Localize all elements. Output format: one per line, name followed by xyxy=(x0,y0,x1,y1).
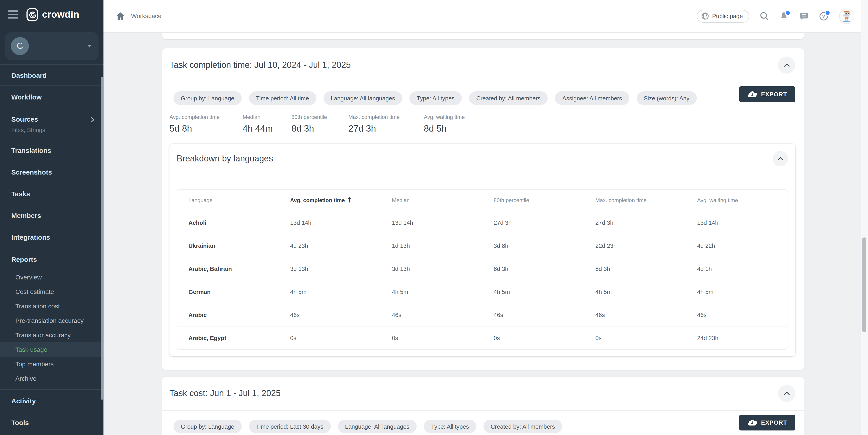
section-body: Group by: LanguageTime period: All timeL… xyxy=(162,82,804,370)
topbar-actions: Public page xyxy=(697,8,855,24)
sidebar-item-translation-cost[interactable]: Translation cost xyxy=(0,299,103,313)
filter-chips-row: Group by: LanguageTime period: All timeL… xyxy=(174,91,697,105)
hamburger-menu-button[interactable] xyxy=(7,9,19,20)
stats-row: Avg. completion time5d 8hMedian4h 44m80t… xyxy=(169,114,795,134)
cell-value: 24d 23h xyxy=(686,335,787,341)
cell-language: Arabic xyxy=(177,311,279,318)
chevron-right-icon xyxy=(91,116,94,124)
cell-value: 3d 8h xyxy=(482,242,584,249)
column-header-80th-percentile[interactable]: 80th percentile xyxy=(482,197,584,204)
cell-value: 8d 3h xyxy=(584,265,686,272)
sidebar-item-overview[interactable]: Overview xyxy=(0,270,103,284)
cell-value: 13d 14h xyxy=(381,219,482,226)
workspace-avatar: C xyxy=(11,37,29,55)
home-breadcrumb-button[interactable] xyxy=(116,12,125,20)
page-scrollbar[interactable] xyxy=(862,237,866,332)
public-page-label: Public page xyxy=(712,13,743,20)
task-completion-time-section: Task completion time: Jul 10, 2024 - Jul… xyxy=(162,48,804,370)
crowdin-logo[interactable]: crowdin xyxy=(26,7,79,22)
column-header-language[interactable]: Language xyxy=(177,197,279,204)
table-header-row: LanguageAvg. completion timeMedian80th p… xyxy=(177,190,787,211)
export-button[interactable]: EXPORT xyxy=(739,415,795,431)
sidebar-item-pre-translation-accuracy[interactable]: Pre-translation accuracy xyxy=(0,313,103,328)
table-row: German4h 5m4h 5m4h 5m4h 5m4h 5m xyxy=(177,280,787,303)
sidebar-item-tools[interactable]: Tools xyxy=(0,411,103,433)
filter-chip-type[interactable]: Type: All types xyxy=(409,91,462,105)
cell-value: 3d 13h xyxy=(279,265,380,272)
filter-chip-assignee[interactable]: Assignee: All members xyxy=(555,91,629,105)
sidebar-item-translator-accuracy[interactable]: Translator accuracy xyxy=(0,328,103,342)
filter-chip-created-by[interactable]: Created by: All members xyxy=(484,419,562,433)
sidebar-item-archive[interactable]: Archive xyxy=(0,371,103,386)
task-cost-section: Task cost: Jun 1 - Jul 1, 2025 Group by:… xyxy=(162,377,804,435)
collapse-section-button[interactable] xyxy=(778,57,795,74)
cell-value: 0s xyxy=(482,335,584,341)
table-row: Arabic46s46s46s46s46s xyxy=(177,303,787,326)
messages-button[interactable] xyxy=(799,11,808,21)
search-button[interactable] xyxy=(760,12,769,20)
sidebar-item-top-members[interactable]: Top members xyxy=(0,357,103,371)
breadcrumb-workspace-link[interactable]: Workspace xyxy=(131,13,161,20)
sidebar-scrollbar[interactable] xyxy=(101,77,103,400)
home-icon xyxy=(116,12,125,20)
cell-value: 4d 23h xyxy=(279,242,380,249)
sidebar-nav: DashboardWorkflowSourcesFiles, StringsTr… xyxy=(0,65,103,433)
column-header-max-completion-time[interactable]: Max. completion time xyxy=(584,197,686,204)
filter-chip-time-period[interactable]: Time period: All time xyxy=(249,91,316,105)
table-row: Ukrainian4d 23h1d 13h3d 8h22d 23h4d 22h xyxy=(177,234,787,257)
collapse-section-button[interactable] xyxy=(778,385,795,402)
sidebar-item-members[interactable]: Members xyxy=(0,204,103,226)
filter-chip-created-by[interactable]: Created by: All members xyxy=(469,91,548,105)
sidebar-item-cost-estimate[interactable]: Cost estimate xyxy=(0,284,103,299)
cell-language: Arabic, Egypt xyxy=(177,335,279,341)
section-title: Task completion time: Jul 10, 2024 - Jul… xyxy=(169,60,351,70)
cell-value: 46s xyxy=(584,311,686,318)
column-header-avg-waiting-time[interactable]: Avg. waiting time xyxy=(686,197,787,204)
notification-dot xyxy=(785,10,791,16)
cell-value: 4d 22h xyxy=(686,242,787,249)
help-button[interactable]: ? xyxy=(819,11,828,21)
stat-max-completion-time: Max. completion time27d 3h xyxy=(348,114,424,134)
sidebar-item-screenshots[interactable]: Screenshots xyxy=(0,161,103,183)
filter-chip-type[interactable]: Type: All types xyxy=(424,419,476,433)
collapse-breakdown-button[interactable] xyxy=(773,151,788,166)
notifications-button[interactable] xyxy=(779,11,788,21)
export-button[interactable]: EXPORT xyxy=(739,86,795,102)
cell-value: 46s xyxy=(686,311,787,318)
sidebar-item-dashboard[interactable]: Dashboard xyxy=(0,65,103,85)
page-scrollbar-track xyxy=(861,0,868,435)
previous-card-edge xyxy=(162,33,804,39)
sidebar-item-translations[interactable]: Translations xyxy=(0,139,103,161)
column-header-avg-completion-time[interactable]: Avg. completion time xyxy=(279,197,380,204)
filter-chip-size-words[interactable]: Size (words): Any xyxy=(637,91,696,105)
sidebar-item-workflow[interactable]: Workflow xyxy=(0,86,103,108)
sidebar-item-tasks[interactable]: Tasks xyxy=(0,183,103,204)
filter-chip-group-by[interactable]: Group by: Language xyxy=(174,419,242,433)
filter-chip-group-by[interactable]: Group by: Language xyxy=(174,91,242,105)
cell-value: 4h 5m xyxy=(279,288,380,295)
user-avatar[interactable] xyxy=(839,8,855,24)
filter-chips-row: Group by: LanguageTime period: Last 30 d… xyxy=(174,419,562,433)
public-page-button[interactable]: Public page xyxy=(697,10,749,22)
sidebar-item-sources[interactable]: SourcesFiles, Strings xyxy=(0,108,103,139)
filter-chip-time-period[interactable]: Time period: Last 30 days xyxy=(249,419,331,433)
cloud-download-icon xyxy=(748,419,757,426)
filter-chip-language[interactable]: Language: All languages xyxy=(338,419,416,433)
sidebar-item-activity[interactable]: Activity xyxy=(0,390,103,411)
workspace-switcher[interactable]: C xyxy=(5,32,98,60)
sidebar-group: ReportsOverviewCost estimateTranslation … xyxy=(0,248,103,390)
sidebar-item-reports[interactable]: Reports xyxy=(0,248,103,270)
robot-avatar xyxy=(840,8,854,24)
cell-value: 46s xyxy=(482,311,584,318)
stat-value: 27d 3h xyxy=(348,123,424,134)
sidebar-item-subtitle: Files, Strings xyxy=(0,126,103,134)
cell-value: 46s xyxy=(279,311,380,318)
sidebar-group: ActivityTools xyxy=(0,390,103,433)
sidebar-group: TranslationsScreenshotsTasksMembersInteg… xyxy=(0,139,103,248)
sidebar-item-task-usage[interactable]: Task usage xyxy=(0,342,103,357)
crowdin-logo-icon xyxy=(26,7,38,22)
app-root: crowdin C DashboardWorkflowSourcesFiles,… xyxy=(0,0,868,435)
filter-chip-language[interactable]: Language: All languages xyxy=(323,91,402,105)
sidebar-item-integrations[interactable]: Integrations xyxy=(0,226,103,248)
column-header-median[interactable]: Median xyxy=(381,197,482,204)
